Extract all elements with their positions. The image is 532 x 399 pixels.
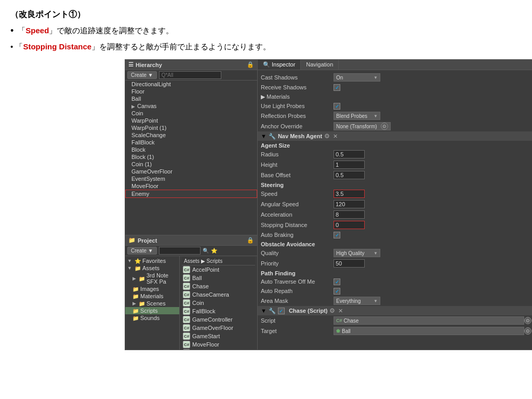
chase-enabled-checkbox[interactable]: ✓: [278, 308, 285, 314]
project-folders: ▼ ⭐ Favorites ▼ 📁 Assets ▶ 📁 3rd N: [125, 256, 180, 350]
steering-header: Steering: [258, 180, 532, 189]
hier-item-warppoint1[interactable]: WarpPoint (1): [125, 124, 257, 131]
angular-speed-input[interactable]: [334, 200, 365, 208]
tab-navigation[interactable]: Navigation: [301, 60, 339, 70]
target-ball-icon: ⬟: [336, 328, 340, 334]
base-offset-input[interactable]: [334, 171, 365, 179]
script-field-row: Script C# Chase ⊙: [258, 315, 532, 326]
tab-inspector[interactable]: 🔍 Inspector: [258, 60, 301, 70]
hier-item-scalechange[interactable]: ScaleChange: [125, 131, 257, 139]
bullet-1: • 「Speed」で敵の追跡速度を調整できます。: [10, 24, 522, 37]
height-input[interactable]: [334, 161, 365, 169]
project-create-button[interactable]: Create ▼: [127, 247, 157, 255]
project-scripts: Assets ▶ Scripts C# AccelPoint C# Ball C…: [180, 256, 257, 350]
hier-item-movefloor[interactable]: MoveFloor: [125, 182, 257, 190]
hier-item-coin[interactable]: Coin: [125, 110, 257, 117]
hierarchy-create-button[interactable]: Create ▼: [127, 71, 157, 79]
hier-item-enemy[interactable]: Enemy: [125, 190, 257, 198]
auto-repath-label: Auto Repath: [261, 288, 334, 294]
hierarchy-search-input[interactable]: [159, 71, 221, 79]
project-search-input[interactable]: [159, 247, 201, 255]
breadcrumb: Assets ▶ Scripts: [182, 257, 255, 265]
priority-input[interactable]: [334, 259, 365, 268]
hierarchy-icon: ☰: [128, 61, 134, 68]
stopping-distance-row: Stopping Distance: [258, 220, 532, 230]
acceleration-label: Acceleration: [261, 211, 334, 218]
chase-script-header: ▼ 🔧 ✓ Chase (Script) ⚙ ✕: [258, 306, 532, 315]
script-chasecamera[interactable]: C# ChaseCamera: [182, 290, 255, 299]
hier-item-block[interactable]: Block: [125, 146, 257, 153]
inspector-body: Cast Shadows On ▼ Receive Shadows ✓ ▶ Ma…: [258, 70, 532, 350]
hier-item-eventsystem[interactable]: EventSystem: [125, 175, 257, 182]
script-gamestart[interactable]: C# GameStart: [182, 332, 255, 340]
stopping-distance-input[interactable]: [334, 221, 365, 229]
script-gamecontroller[interactable]: C# GameController: [182, 315, 255, 324]
target-ref[interactable]: ⬟ Ball: [334, 327, 524, 335]
folder-favorites[interactable]: ▼ ⭐ Favorites: [125, 257, 179, 264]
folder-images[interactable]: 📁 Images: [125, 285, 179, 292]
auto-traverse-label: Auto Traverse Off Me: [261, 278, 334, 285]
hierarchy-panel: ☰ Hierarchy 🔒 Create ▼ DirectionalLight …: [125, 60, 257, 235]
folder-materials[interactable]: 📁 Materials: [125, 292, 179, 300]
hierarchy-title: Hierarchy: [136, 62, 162, 68]
nav-mesh-arrow: ▼: [261, 133, 267, 139]
area-mask-dropdown[interactable]: Everything ▼: [334, 297, 380, 305]
script-circle-btn[interactable]: ⊙: [524, 317, 531, 324]
left-panel: ☰ Hierarchy 🔒 Create ▼ DirectionalLight …: [125, 60, 258, 350]
script-returntotitle[interactable]: C# ReturnToTitle: [182, 349, 255, 350]
agent-size-header: Agent Size: [258, 141, 532, 149]
bullet-2: • 「Stopping Distance」を調整すると敵が手前で止まるようになり…: [10, 41, 522, 53]
project-icon: 📁: [128, 237, 136, 244]
auto-repath-checkbox[interactable]: ✓: [334, 288, 340, 295]
use-light-probes-row: Use Light Probes ✓: [258, 101, 532, 111]
receive-shadows-checkbox[interactable]: ✓: [334, 84, 340, 91]
auto-repath-row: Auto Repath ✓: [258, 286, 532, 296]
materials-label: ▶ Materials: [261, 94, 334, 100]
script-fallblock[interactable]: C# FallBlock: [182, 307, 255, 315]
hier-item-directionallight[interactable]: DirectionalLight: [125, 81, 257, 88]
hier-item-ball[interactable]: Ball: [125, 95, 257, 102]
hier-item-coin1[interactable]: Coin (1): [125, 161, 257, 168]
auto-traverse-row: Auto Traverse Off Me ✓: [258, 277, 532, 286]
quality-dropdown[interactable]: High Quality ▼: [334, 249, 380, 257]
folder-scenes[interactable]: ▶ 📁 Scenes: [125, 300, 179, 307]
hier-item-floor[interactable]: Floor: [125, 88, 257, 95]
use-light-probes-checkbox[interactable]: ✓: [334, 103, 340, 110]
cast-shadows-dropdown[interactable]: On ▼: [334, 73, 380, 82]
nav-mesh-gear: ⚙: [324, 132, 330, 140]
area-mask-label: Area Mask: [261, 298, 334, 304]
nav-mesh-title: Nav Mesh Agent: [278, 133, 322, 139]
anchor-circle-btn[interactable]: ⊙: [381, 123, 388, 130]
auto-braking-checkbox[interactable]: ✓: [334, 232, 340, 238]
reflection-probes-label: Reflection Probes: [261, 113, 334, 119]
hier-item-warppoint[interactable]: WarpPoint: [125, 117, 257, 124]
script-coin[interactable]: C# Coin: [182, 299, 255, 307]
script-accelpoint[interactable]: C# AccelPoint: [182, 265, 255, 274]
script-ref[interactable]: C# Chase: [334, 316, 524, 325]
script-movefloor[interactable]: C# MoveFloor: [182, 340, 255, 349]
nav-mesh-header: ▼ 🔧 Nav Mesh Agent ⚙ ✕: [258, 131, 532, 141]
hier-item-fallblock[interactable]: FallBlock: [125, 139, 257, 146]
folder-sounds[interactable]: 📁 Sounds: [125, 314, 179, 322]
acceleration-input[interactable]: [334, 210, 365, 219]
nav-mesh-x-icon: ✕: [333, 133, 338, 140]
path-finding-header: Path Finding: [258, 269, 532, 277]
hier-item-canvas[interactable]: ▶Canvas: [125, 102, 257, 110]
script-chase[interactable]: C# Chase: [182, 282, 255, 290]
reflection-probes-dropdown[interactable]: Blend Probes ▼: [334, 112, 380, 120]
target-circle-btn[interactable]: ⊙: [524, 327, 531, 335]
auto-traverse-checkbox[interactable]: ✓: [334, 278, 340, 285]
speed-input[interactable]: [334, 190, 365, 198]
anchor-override-dropdown[interactable]: None (Transform) ⊙: [334, 122, 391, 130]
script-ball[interactable]: C# Ball: [182, 274, 255, 282]
radius-input[interactable]: [334, 150, 365, 158]
hier-item-gameoverfloor[interactable]: GameOverFloor: [125, 168, 257, 175]
folder-3rdnote[interactable]: ▶ 📁 3rd Note SFX Pa: [125, 272, 179, 285]
cast-shadows-label: Cast Shadows: [261, 74, 334, 81]
anchor-override-label: Anchor Override: [261, 123, 334, 129]
lock-icon: 🔒: [247, 61, 254, 68]
folder-scripts[interactable]: 📁 Scripts: [125, 307, 179, 314]
hier-item-block1[interactable]: Block (1): [125, 153, 257, 161]
folder-assets[interactable]: ▼ 📁 Assets: [125, 264, 179, 272]
script-gameoverfloor[interactable]: C# GameOverFloor: [182, 324, 255, 332]
